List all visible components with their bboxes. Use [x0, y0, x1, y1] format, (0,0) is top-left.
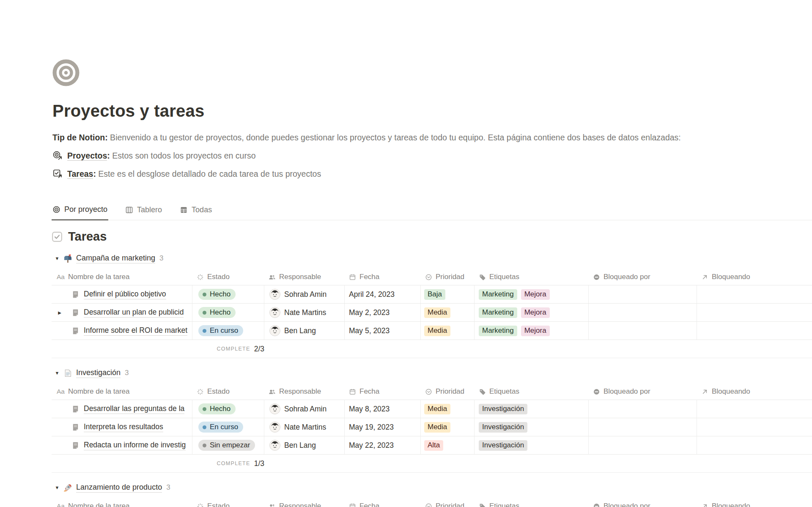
assignee-name: Ben Lang	[284, 441, 316, 450]
assignee-cell[interactable]: Ben Lang	[264, 436, 345, 454]
group-count: 3	[166, 483, 170, 492]
complete-aggregate[interactable]: COMPLETE1/3	[52, 455, 269, 472]
assignee-cell[interactable]: Ben Lang	[264, 322, 345, 340]
blocked-by-cell[interactable]	[589, 436, 697, 454]
priority-cell[interactable]: Alta	[421, 436, 475, 454]
column-header-estado[interactable]: Estado	[192, 269, 264, 285]
tags-cell[interactable]: Investigación	[475, 400, 589, 418]
assignee-cell[interactable]: Nate Martins	[264, 418, 345, 436]
column-header-nombre[interactable]: AaNombre de la tarea	[52, 384, 192, 400]
status-cell[interactable]: En curso	[192, 322, 264, 340]
group-toggle-triangle[interactable]: ▼	[52, 485, 63, 490]
tags-cell[interactable]: Investigación	[475, 418, 589, 436]
aggregate-value: 2/3	[254, 345, 264, 354]
tags-cell[interactable]: MarketingMejora	[475, 285, 589, 303]
group-aggregate-row: COMPLETE2/3	[52, 340, 812, 358]
column-header-prioridad[interactable]: Prioridad	[421, 269, 475, 285]
date-cell[interactable]: May 22, 2023	[345, 436, 421, 454]
task-name-cell[interactable]: Informe sobre el ROI de market	[52, 322, 192, 340]
status-cell[interactable]: Sin empezar	[192, 436, 264, 454]
column-header-responsable[interactable]: Responsable	[264, 269, 345, 285]
column-header-responsable[interactable]: Responsable	[264, 498, 345, 507]
column-header-fecha[interactable]: Fecha	[345, 384, 421, 400]
complete-aggregate[interactable]: COMPLETE2/3	[52, 340, 269, 358]
group-title-link[interactable]: Investigación	[76, 368, 121, 378]
column-header-bloqueando[interactable]: Bloqueando	[697, 498, 812, 507]
group-title-link[interactable]: Campaña de marketing	[76, 254, 155, 263]
task-name-cell[interactable]: Redacta un informe de investig	[52, 436, 192, 454]
tareas-link[interactable]: Tareas	[67, 169, 93, 179]
blocked-by-cell[interactable]	[589, 304, 697, 321]
priority-cell[interactable]: Media	[421, 304, 475, 321]
tab-todas[interactable]: Todas	[179, 203, 213, 220]
tags-cell[interactable]: MarketingMejora	[475, 304, 589, 321]
date-cell[interactable]: April 24, 2023	[345, 285, 421, 303]
date-cell[interactable]: May 5, 2023	[345, 322, 421, 340]
page-emoji-target-icon[interactable]	[52, 58, 80, 87]
column-header-prioridad[interactable]: Prioridad	[421, 384, 475, 400]
date-cell[interactable]: May 19, 2023	[345, 418, 421, 436]
date-cell[interactable]: May 2, 2023	[345, 304, 421, 321]
status-pill: En curso	[198, 325, 243, 336]
blocking-cell[interactable]	[697, 400, 812, 418]
column-header-etiquetas[interactable]: Etiquetas	[475, 384, 589, 400]
column-header-bloqueado_por[interactable]: Bloqueado por	[589, 384, 697, 400]
status-label: En curso	[210, 423, 238, 431]
page-icon	[71, 423, 80, 432]
blocking-cell[interactable]	[697, 304, 812, 321]
column-header-bloqueado_por[interactable]: Bloqueado por	[589, 269, 697, 285]
task-name-cell[interactable]: ▶Desarrollar un plan de publicid	[52, 304, 192, 321]
blocked-by-cell[interactable]	[589, 400, 697, 418]
status-cell[interactable]: Hecho	[192, 304, 264, 321]
proyectos-link[interactable]: Proyectos	[67, 151, 107, 161]
tags-cell[interactable]: Investigación	[475, 436, 589, 454]
blocked-by-cell[interactable]	[589, 418, 697, 436]
task-name-cell[interactable]: Interpreta los resultados	[52, 418, 192, 436]
column-header-estado[interactable]: Estado	[192, 384, 264, 400]
group-title-link[interactable]: Lanzamiento de producto	[76, 483, 162, 493]
assignee-cell[interactable]: Sohrab Amin	[264, 285, 345, 303]
status-cell[interactable]: En curso	[192, 418, 264, 436]
tags-cell[interactable]: MarketingMejora	[475, 322, 589, 340]
column-header-fecha[interactable]: Fecha	[345, 269, 421, 285]
blocked-by-cell[interactable]	[589, 285, 697, 303]
column-header-bloqueando[interactable]: Bloqueando	[697, 269, 812, 285]
priority-cell[interactable]: Baja	[421, 285, 475, 303]
status-pill: Hecho	[198, 289, 236, 300]
column-header-bloqueando[interactable]: Bloqueando	[697, 384, 812, 400]
column-header-bloqueado_por[interactable]: Bloqueado por	[589, 498, 697, 507]
column-header-fecha[interactable]: Fecha	[345, 498, 421, 507]
column-header-responsable[interactable]: Responsable	[264, 384, 345, 400]
task-name-cell[interactable]: Definir el público objetivo	[52, 285, 192, 303]
tag-icon	[479, 388, 486, 395]
column-header-estado[interactable]: Estado	[192, 498, 264, 507]
blocking-cell[interactable]	[697, 322, 812, 340]
date-cell[interactable]: May 8, 2023	[345, 400, 421, 418]
column-header-nombre[interactable]: AaNombre de la tarea	[52, 269, 192, 285]
blocked-by-cell[interactable]	[589, 322, 697, 340]
priority-icon	[425, 388, 432, 395]
tip-paragraph: Tip de Notion: Bienvenido a tu gestor de…	[52, 132, 780, 144]
blocking-cell[interactable]	[697, 436, 812, 454]
priority-cell[interactable]: Media	[421, 418, 475, 436]
assignee-cell[interactable]: Sohrab Amin	[264, 400, 345, 418]
status-cell[interactable]: Hecho	[192, 285, 264, 303]
column-header-prioridad[interactable]: Prioridad	[421, 498, 475, 507]
column-header-etiquetas[interactable]: Etiquetas	[475, 269, 589, 285]
group-toggle-triangle[interactable]: ▼	[52, 256, 63, 261]
assignee-cell[interactable]: Nate Martins	[264, 304, 345, 321]
status-cell[interactable]: Hecho	[192, 400, 264, 418]
avatar	[269, 307, 280, 318]
priority-cell[interactable]: Media	[421, 400, 475, 418]
tab-tablero[interactable]: Tablero	[124, 203, 163, 220]
expand-row-toggle[interactable]: ▶	[55, 307, 65, 318]
priority-cell[interactable]: Media	[421, 322, 475, 340]
column-header-nombre[interactable]: AaNombre de la tarea	[52, 498, 192, 507]
column-header-etiquetas[interactable]: Etiquetas	[475, 498, 589, 507]
blocking-cell[interactable]	[697, 285, 812, 303]
status-icon	[197, 274, 204, 281]
task-name-cell[interactable]: Desarrollar las preguntas de la	[52, 400, 192, 418]
group-toggle-triangle[interactable]: ▼	[52, 370, 63, 375]
blocking-cell[interactable]	[697, 418, 812, 436]
tab-por-proyecto[interactable]: Por proyecto	[52, 203, 108, 220]
